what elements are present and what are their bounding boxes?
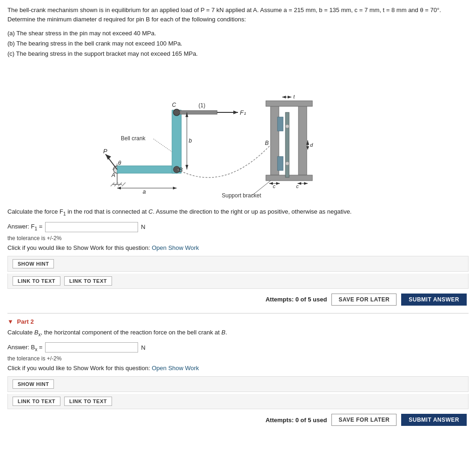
part2-arrow-icon: ▼ (7, 318, 13, 325)
problem-intro: The bell-crank mechanism shown is in equ… (7, 6, 469, 24)
svg-text:a: a (143, 189, 146, 195)
part2-hint-button[interactable]: SHOW HINT (13, 379, 54, 389)
svg-marker-58 (304, 182, 308, 185)
svg-marker-8 (172, 110, 181, 173)
part1-open-show-work-link[interactable]: Open Show Work (152, 244, 199, 251)
svg-marker-19 (173, 187, 177, 189)
part2-save-later-button[interactable]: SAVE FOR LATER (331, 414, 397, 426)
svg-text:c: c (273, 183, 276, 189)
part2-answer-input[interactable] (45, 342, 138, 353)
svg-point-41 (285, 162, 289, 165)
svg-line-5 (122, 183, 126, 186)
part1-link-text-row: LINK TO TEXT LINK TO TEXT (7, 274, 469, 289)
svg-rect-35 (266, 101, 312, 106)
part1-attempts-row: Attempts: 0 of 5 used SAVE FOR LATER SUB… (7, 294, 469, 306)
svg-text:A: A (111, 172, 115, 178)
part1-unit: N (141, 223, 145, 230)
part1-tolerance: the tolerance is +/-2% (7, 235, 469, 242)
svg-text:Support bracket: Support bracket (222, 192, 261, 199)
part2-answer-row: Answer: Bx = N (7, 342, 469, 353)
svg-line-32 (153, 139, 172, 152)
part1-hint-button[interactable]: SHOW HINT (13, 259, 54, 268)
divider-1 (7, 313, 469, 313)
svg-rect-34 (298, 103, 307, 175)
part1-save-later-button[interactable]: SAVE FOR LATER (331, 294, 397, 306)
svg-point-40 (285, 124, 289, 128)
part1-answer-row: Answer: F1 = N (7, 222, 469, 232)
part1-attempts-text: Attempts: 0 of 5 used (265, 296, 327, 303)
part1-show-work-label: Click if you would like to Show Work for… (7, 244, 150, 251)
part2-show-work-row: Click if you would like to Show Work for… (7, 365, 469, 372)
svg-rect-39 (285, 112, 289, 177)
svg-text:b: b (189, 137, 192, 144)
svg-marker-44 (282, 96, 286, 98)
svg-text:θ: θ (118, 160, 121, 166)
intro2-text: Determine the minimum diameter d require… (7, 16, 246, 23)
part1-link-text-btn-2[interactable]: LINK TO TEXT (64, 276, 112, 286)
svg-marker-55 (269, 182, 273, 185)
condition-b: (b) The bearing stress in the bell crank… (7, 39, 469, 49)
conditions: (a) The shear stress in the pin may not … (7, 28, 469, 59)
part2-link-text-btn-1[interactable]: LINK TO TEXT (13, 397, 60, 406)
condition-a: (a) The shear stress in the pin may not … (7, 28, 469, 39)
part2-question: Calculate Bx, the horizontal component o… (7, 328, 469, 338)
svg-text:d: d (310, 142, 313, 148)
part2-header: ▼ Part 2 (7, 318, 469, 325)
part2-link-text-row: LINK TO TEXT LINK TO TEXT (7, 394, 469, 409)
part1-answer-label: Answer: F1 = (7, 223, 42, 231)
main-content: The bell-crank mechanism shown is in equ… (0, 0, 476, 439)
svg-rect-38 (278, 157, 283, 170)
part2-open-show-work-link[interactable]: Open Show Work (152, 365, 199, 372)
svg-point-10 (173, 109, 180, 116)
part2-header-text: Part 2 (17, 318, 34, 325)
svg-text:Bell crank: Bell crank (121, 135, 146, 142)
svg-marker-12 (106, 154, 111, 160)
diagram-container: P θ A B a F₁ (1) C (7, 64, 469, 201)
svg-text:P: P (103, 148, 107, 155)
part2-attempts-row: Attempts: 0 of 5 used SAVE FOR LATER SUB… (7, 414, 469, 426)
intro-text: The bell-crank mechanism shown is in equ… (7, 7, 441, 13)
mechanism-diagram: P θ A B a F₁ (1) C (103, 64, 373, 201)
svg-rect-21 (180, 111, 217, 114)
part2-tolerance: the tolerance is +/-2% (7, 355, 469, 362)
svg-marker-7 (117, 166, 178, 173)
svg-text:C: C (172, 102, 176, 108)
part1-submit-button[interactable]: SUBMIT ANSWER (401, 294, 467, 306)
svg-line-60 (252, 181, 271, 196)
part1-link-text-btn-1[interactable]: LINK TO TEXT (13, 276, 60, 286)
svg-text:F₁: F₁ (240, 109, 246, 116)
svg-rect-37 (278, 117, 283, 131)
svg-text:t: t (293, 94, 295, 99)
part2-link-text-btn-2[interactable]: LINK TO TEXT (64, 397, 112, 406)
svg-text:(1): (1) (198, 102, 205, 109)
part1-question: Calculate the force F1 in the rod that i… (7, 207, 469, 217)
part2-attempts-text: Attempts: 0 of 5 used (265, 417, 327, 424)
part1-hint-section: SHOW HINT (7, 256, 469, 272)
part2-submit-button[interactable]: SUBMIT ANSWER (401, 414, 467, 426)
part2-hint-section: SHOW HINT (7, 376, 469, 392)
svg-marker-45 (288, 96, 291, 98)
svg-marker-56 (276, 182, 280, 185)
svg-marker-29 (185, 165, 188, 170)
svg-text:c: c (296, 183, 299, 189)
part2-unit: N (141, 344, 145, 351)
part1-show-work-row: Click if you would like to Show Work for… (7, 244, 469, 251)
part2-answer-label: Answer: Bx = (7, 344, 42, 352)
svg-marker-18 (117, 187, 121, 189)
svg-text:B: B (265, 140, 269, 146)
svg-text:B: B (179, 167, 183, 173)
part1-answer-input[interactable] (45, 222, 138, 232)
condition-c: (c) The bearing stress in the support br… (7, 49, 469, 59)
part2-show-work-label: Click if you would like to Show Work for… (7, 365, 150, 372)
svg-marker-23 (233, 111, 238, 114)
